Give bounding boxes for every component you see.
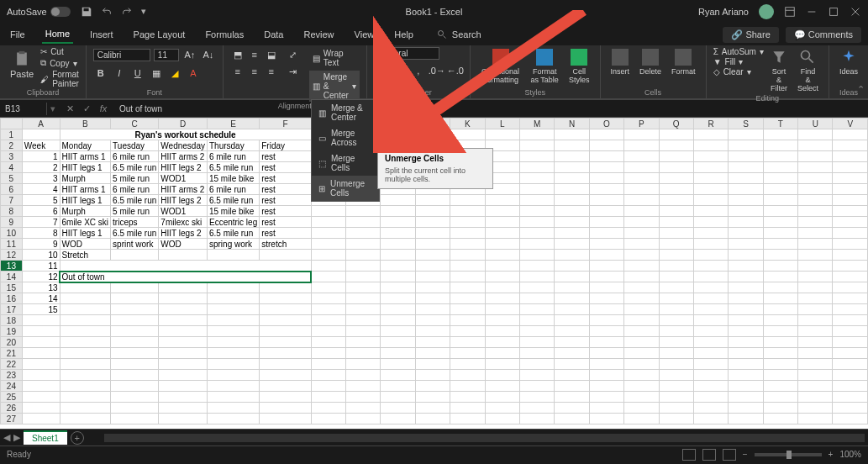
column-header[interactable]: C <box>111 119 159 129</box>
row-header[interactable]: 17 <box>1 304 23 315</box>
merge-and-center-item[interactable]: ▥ Merge & Center <box>312 100 379 125</box>
qat-more-icon[interactable]: ▾ <box>141 6 153 18</box>
unmerge-cells-item[interactable]: ⊞ Unmerge Cells <box>312 176 379 201</box>
column-header[interactable]: F <box>260 119 311 129</box>
autosave-toggle[interactable] <box>50 7 71 17</box>
row-header[interactable]: 24 <box>1 381 23 392</box>
column-header[interactable]: Q <box>659 119 693 129</box>
select-all-corner[interactable] <box>1 119 23 129</box>
font-color-icon[interactable]: A <box>186 66 201 81</box>
tab-insert[interactable]: Insert <box>87 26 117 43</box>
column-header[interactable]: B <box>60 119 111 129</box>
sheet-nav-prev-icon[interactable]: ◀ <box>3 432 10 443</box>
italic-icon[interactable]: I <box>112 66 127 81</box>
row-header[interactable]: 8 <box>1 206 23 217</box>
cell-styles-button[interactable]: Cell Styles <box>566 47 593 86</box>
cell[interactable] <box>60 261 311 272</box>
share-button[interactable]: 🔗 Share <box>723 27 778 43</box>
name-box[interactable]: B13 <box>0 103 47 115</box>
normal-view-icon[interactable] <box>682 449 696 461</box>
row-header[interactable]: 2 <box>1 140 23 151</box>
row-header[interactable]: 15 <box>1 282 23 293</box>
find-select-button[interactable]: Find & Select <box>794 47 822 94</box>
align-bottom-icon[interactable]: ⬓ <box>264 47 279 62</box>
row-header[interactable]: 25 <box>1 392 23 403</box>
column-header[interactable]: P <box>624 119 659 129</box>
row-header[interactable]: 3 <box>1 151 23 162</box>
decrease-decimal-icon[interactable]: ←.0 <box>448 63 463 78</box>
comments-button[interactable]: 💬 Comments <box>786 27 861 43</box>
font-size-combo[interactable]: 11 <box>154 49 179 61</box>
row-header[interactable]: 14 <box>1 272 23 282</box>
format-painter-button[interactable]: 🖌 Format Painter <box>40 70 79 88</box>
horizontal-scrollbar[interactable] <box>104 434 865 442</box>
minimize-icon[interactable] <box>806 6 818 18</box>
comma-icon[interactable]: , <box>411 63 426 78</box>
close-icon[interactable] <box>850 6 861 18</box>
row-header[interactable]: 11 <box>1 239 23 250</box>
conditional-formatting-button[interactable]: Conditional Formatting <box>477 47 523 86</box>
row-header[interactable]: 20 <box>1 337 23 348</box>
number-format-combo[interactable]: General <box>374 47 439 60</box>
tab-formulas[interactable]: Formulas <box>202 26 247 43</box>
name-box-dropdown-icon[interactable]: ▾ <box>47 103 59 114</box>
row-header[interactable]: 16 <box>1 293 23 304</box>
tab-file[interactable]: File <box>7 26 29 43</box>
add-sheet-button[interactable]: + <box>71 431 84 445</box>
align-middle-icon[interactable]: ≡ <box>247 47 262 62</box>
search-box[interactable]: Search <box>437 29 481 40</box>
cell[interactable]: Out of town <box>60 272 311 282</box>
row-header[interactable]: 27 <box>1 414 23 424</box>
cancel-formula-icon[interactable]: ✕ <box>62 101 77 116</box>
save-icon[interactable] <box>81 6 92 18</box>
column-header[interactable]: J <box>415 119 450 129</box>
column-header[interactable]: V <box>833 119 868 129</box>
fx-icon[interactable]: fx <box>96 101 111 116</box>
undo-icon[interactable] <box>101 6 113 18</box>
column-header[interactable]: K <box>450 119 485 129</box>
borders-icon[interactable]: ▦ <box>149 66 164 81</box>
column-header[interactable]: L <box>485 119 519 129</box>
row-header[interactable]: 22 <box>1 359 23 370</box>
row-header[interactable]: 10 <box>1 228 23 239</box>
user-avatar[interactable] <box>759 4 774 19</box>
fill-color-icon[interactable]: ◢ <box>167 66 182 81</box>
column-header[interactable]: O <box>589 119 623 129</box>
enter-formula-icon[interactable]: ✓ <box>79 101 94 116</box>
row-header[interactable]: 19 <box>1 326 23 337</box>
tab-home[interactable]: Home <box>42 25 73 44</box>
sort-filter-button[interactable]: Sort & Filter <box>767 47 791 94</box>
column-header[interactable]: M <box>519 119 554 129</box>
align-top-icon[interactable]: ⬒ <box>230 47 245 62</box>
autosum-button[interactable]: Σ AutoSum ▾ <box>713 47 764 56</box>
align-left-icon[interactable]: ≡ <box>230 64 245 79</box>
collapse-ribbon-icon[interactable]: ⌃ <box>857 84 865 95</box>
column-header[interactable]: N <box>555 119 589 129</box>
align-center-icon[interactable]: ≡ <box>247 64 262 79</box>
column-header[interactable]: T <box>763 119 797 129</box>
row-header[interactable]: 7 <box>1 195 23 206</box>
column-header[interactable]: D <box>159 119 208 129</box>
merge-cells-item[interactable]: ⬚ Merge Cells <box>312 150 379 176</box>
format-as-table-button[interactable]: Format as Table <box>527 47 562 86</box>
merge-across-item[interactable]: ▭ Merge Across <box>312 125 379 150</box>
column-header[interactable]: A <box>22 119 60 129</box>
indent-icon[interactable]: ⇥ <box>286 64 301 79</box>
user-name[interactable]: Ryan Ariano <box>698 7 749 17</box>
zoom-level[interactable]: 100% <box>839 450 861 459</box>
cut-button[interactable]: ✂ Cut <box>40 47 79 56</box>
sheet-nav-next-icon[interactable]: ▶ <box>13 432 20 443</box>
row-header[interactable]: 5 <box>1 173 23 184</box>
tab-review[interactable]: Review <box>300 26 337 43</box>
row-header[interactable]: 1 <box>1 129 23 140</box>
maximize-icon[interactable] <box>828 6 839 18</box>
paste-button[interactable]: Paste <box>7 47 37 81</box>
column-header[interactable]: S <box>729 119 763 129</box>
increase-font-icon[interactable]: A↑ <box>182 47 197 62</box>
wrap-text-button[interactable]: ▤ Wrap Text <box>309 47 360 69</box>
insert-cells-button[interactable]: Insert <box>608 47 634 77</box>
row-header[interactable]: 21 <box>1 348 23 359</box>
row-header[interactable]: 9 <box>1 217 23 228</box>
zoom-in-icon[interactable]: + <box>829 450 834 459</box>
page-break-view-icon[interactable] <box>723 449 736 461</box>
